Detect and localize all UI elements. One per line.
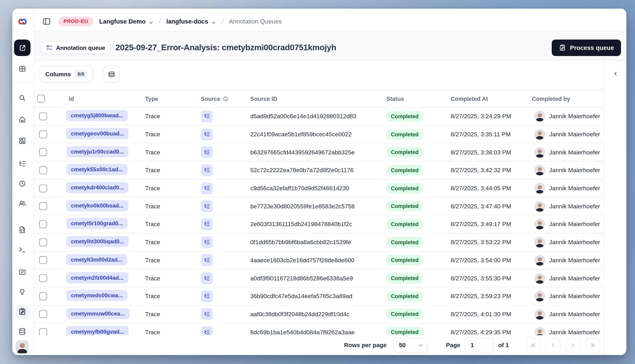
sidebar-item-insights[interactable] xyxy=(18,288,26,296)
row-checkbox[interactable] xyxy=(39,274,47,282)
table-row[interactable]: cmetymmuw00cea...Traceaaf0c38db0f3f2048b… xyxy=(34,305,604,323)
row-checkbox[interactable] xyxy=(39,202,47,210)
sidebar-item-dashboards[interactable] xyxy=(18,137,26,145)
sidebar-item-annotation-queues[interactable] xyxy=(16,305,29,318)
table-row[interactable]: cmetylht300bqad0...Trace0f1dd65b7bb9bf6b… xyxy=(34,234,604,252)
chevron-down-icon[interactable] xyxy=(211,19,216,24)
breadcrumb-org[interactable]: Langfuse Demo xyxy=(99,18,146,25)
row-id-badge[interactable]: cmetyju1r00ccad0... xyxy=(66,146,128,157)
sidebar-toggle-button[interactable] xyxy=(42,17,51,26)
panel-left-icon xyxy=(42,17,51,26)
row-id-badge[interactable]: cmetykdr400ciad0... xyxy=(66,182,128,193)
sidebar-item-evaluation[interactable] xyxy=(18,268,26,276)
trace-source-tree-icon xyxy=(203,185,210,192)
first-page-button[interactable] xyxy=(526,338,541,352)
table-row[interactable]: cmetyko0k00bsad...Tracebe7723e30d8020559… xyxy=(34,198,604,216)
collapse-panel-button[interactable] xyxy=(610,68,621,79)
row-source-icon[interactable] xyxy=(201,290,213,302)
table-row[interactable]: cmetykdr400ciad0...Tracec9d56ca32efaff1b… xyxy=(34,179,604,197)
info-icon[interactable] xyxy=(223,96,229,102)
page-number-input[interactable] xyxy=(464,338,494,352)
breadcrumb-bar: PROD-EU Langfuse Demo / langfuse-docs / … xyxy=(34,8,626,31)
row-height-icon xyxy=(107,70,115,78)
sidebar-item-home[interactable] xyxy=(18,115,26,124)
row-id-badge[interactable]: cmetym2fz00d4ad... xyxy=(66,272,128,283)
row-checkbox[interactable] xyxy=(39,166,47,174)
sidebar-item-table-view[interactable] xyxy=(18,65,26,73)
table-row[interactable]: cmetyl5r100grad0...Trace2e603f31361115db… xyxy=(34,216,604,233)
sidebar-item-datasets[interactable] xyxy=(18,328,26,336)
row-checkbox[interactable] xyxy=(39,310,47,318)
table-row[interactable]: cmetymeds00cwa...Trace36b90cdfc47e5da14e… xyxy=(34,288,604,305)
desktop: PROD-EU Langfuse Demo / langfuse-docs / … xyxy=(0,0,635,364)
columns-button[interactable]: Columns 8/8 xyxy=(40,66,93,82)
table-row[interactable]: cmetylt3m00d2ad...Trace4aaece1603cb2e16d… xyxy=(34,252,604,269)
row-source-icon[interactable] xyxy=(201,128,213,140)
row-source-icon[interactable] xyxy=(201,146,213,158)
row-id-badge[interactable]: cmetymmuw00cea... xyxy=(66,308,129,319)
row-checkbox[interactable] xyxy=(39,328,47,336)
row-completed-at: 8/27/2025, 3:47:40 PM xyxy=(450,203,531,210)
trace-source-tree-icon xyxy=(203,329,210,336)
row-source-icon[interactable] xyxy=(201,200,213,212)
row-checkbox[interactable] xyxy=(39,238,47,246)
chevron-down-icon[interactable] xyxy=(149,19,154,24)
row-id-badge[interactable]: cmetyk55x00c1ad... xyxy=(66,164,127,175)
row-checkbox[interactable] xyxy=(39,256,47,264)
table-row[interactable]: cmetyg5j800bwad...Traced5ad9d52a00c6e14e… xyxy=(34,108,604,126)
row-source-icon[interactable] xyxy=(201,218,213,230)
row-checkbox[interactable] xyxy=(39,130,47,138)
row-source-icon[interactable] xyxy=(201,182,213,194)
table-row[interactable]: cmetym2fz00d4ad...Tracea0df3f901167218d8… xyxy=(34,270,604,288)
langfuse-logo-icon[interactable] xyxy=(18,17,27,26)
next-page-button[interactable] xyxy=(566,338,580,352)
previous-page-button[interactable] xyxy=(546,338,560,352)
row-source-icon[interactable] xyxy=(201,272,213,284)
row-checkbox[interactable] xyxy=(39,292,47,300)
row-source-icon[interactable] xyxy=(201,164,213,176)
table-row[interactable]: cmetyju1r00ccad0...Traceb63297665cfd4439… xyxy=(34,144,604,162)
avatar-photo xyxy=(534,309,545,320)
row-source-id: aaf0c38db0f3f2048b24dd229df10d4c xyxy=(250,311,385,318)
user-avatar[interactable] xyxy=(16,340,29,353)
row-id-badge[interactable]: cmetylt3m00d2ad... xyxy=(66,254,127,265)
row-checkbox[interactable] xyxy=(39,184,47,192)
table-row[interactable]: cmetygeov00buad...Trace22c41f09acae5b1ef… xyxy=(34,126,604,143)
sidebar-item-search[interactable] xyxy=(18,94,26,102)
row-source-icon[interactable] xyxy=(201,110,213,122)
row-completed-at: 8/27/2025, 3:42:32 PM xyxy=(450,167,531,174)
row-completed-at: 8/27/2025, 3:24:29 PM xyxy=(450,113,531,120)
open-external-button[interactable] xyxy=(14,40,31,56)
row-source-icon[interactable] xyxy=(201,236,213,248)
trace-source-tree-icon xyxy=(203,149,210,156)
sidebar-item-playground[interactable] xyxy=(18,246,26,254)
row-id-badge[interactable]: cmetyg5j800bwad... xyxy=(66,110,128,121)
row-checkbox[interactable] xyxy=(39,112,47,120)
breadcrumb-project[interactable]: langfuse-docs xyxy=(166,18,208,25)
row-source-icon[interactable] xyxy=(201,254,213,266)
users-icon xyxy=(18,200,26,208)
row-checkbox[interactable] xyxy=(39,148,47,156)
row-height-button[interactable] xyxy=(103,66,120,82)
row-id-badge[interactable]: cmetygeov00buad... xyxy=(66,128,129,139)
breadcrumb-section: Annotation Queues xyxy=(229,18,282,25)
process-queue-button[interactable]: Process queue xyxy=(552,39,621,56)
select-all-checkbox[interactable] xyxy=(37,95,45,102)
row-checkbox[interactable] xyxy=(39,220,47,228)
columns-count-badge: 8/8 xyxy=(75,70,87,78)
sidebar-item-tracing[interactable] xyxy=(18,160,26,168)
annotation-queue-icon xyxy=(18,308,26,316)
row-source-icon[interactable] xyxy=(201,308,213,320)
sidebar-item-users[interactable] xyxy=(18,200,26,208)
sidebar-item-sessions[interactable] xyxy=(18,180,26,188)
row-id-badge[interactable]: cmetyl5r100grad0... xyxy=(66,218,127,229)
column-header-type: Type xyxy=(144,96,200,102)
last-page-button[interactable] xyxy=(586,338,600,352)
row-completed-at: 8/27/2025, 3:49:17 PM xyxy=(450,221,531,228)
row-id-badge[interactable]: cmetymeds00cwa... xyxy=(66,290,127,301)
row-id-badge[interactable]: cmetyko0k00bsad... xyxy=(66,200,128,211)
table-row[interactable]: cmetyk55x00c1ad...Trace52c72c2222ea78e0b… xyxy=(34,162,604,179)
row-id-badge[interactable]: cmetylht300bqad0... xyxy=(66,236,129,247)
sidebar-item-prompts[interactable] xyxy=(18,226,26,234)
rows-per-page-select[interactable]: 50 xyxy=(393,338,428,352)
